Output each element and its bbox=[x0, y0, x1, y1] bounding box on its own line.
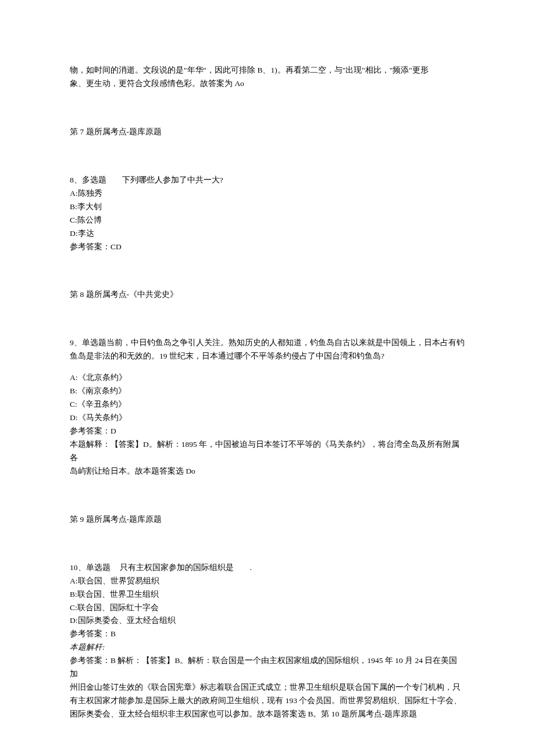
spacer bbox=[70, 253, 465, 288]
q8-answer: 参考答案：CD bbox=[70, 241, 465, 254]
q9-answer: 参考答案：D bbox=[70, 425, 465, 438]
spacer bbox=[70, 139, 465, 174]
q9-option-b: B:《南京条约》 bbox=[70, 385, 465, 398]
q9-option-d: D:《马关条约》 bbox=[70, 411, 465, 425]
q10-explanation-line4: 困际奥委会、亚太经合组织非主权国家也可以参加。故本题答案选 B。第 10 题所属… bbox=[70, 708, 465, 721]
q10-explanation-line1: 参考答案：B 解析：【答案】B。解析：联合国是一个由主权国家组成的国际组织，19… bbox=[70, 654, 465, 681]
q10-explanation-line3: 有主权国家才能参加.是国际上最大的政府间卫生组织，现有 193 个会员国。而世界… bbox=[70, 694, 465, 708]
q10-header: 10、单选题 只有主权国家参加的国际组织是 . bbox=[70, 561, 465, 575]
item9-topic: 第 9 题所属考点-题库原题 bbox=[70, 513, 465, 526]
q9-header-line1: 9、单选题当前，中日钓鱼岛之争引人关注。熟知历史的人都知道，钓鱼岛自古以来就是中… bbox=[70, 336, 465, 350]
q8-option-c: C:陈公博 bbox=[70, 214, 465, 227]
q8-option-d: D:李达 bbox=[70, 227, 465, 241]
q10-explanation-label: 本题解杆: bbox=[70, 641, 465, 654]
q10-option-d: D:国际奥委会、亚太经合组织 bbox=[70, 614, 465, 628]
prev-explanation-line1: 物，如时间的消逝。文段说的是"年华"，因此可排除 B、1)。再看第二空，与"出现… bbox=[70, 64, 465, 77]
q10-explanation-line2: 州旧金山签订生效的《联合国宪章》标志着联合国正式成立；世界卫生组织是联合国下属的… bbox=[70, 681, 465, 694]
q8-header: 8、多选题 下列哪些人参加了中共一大? bbox=[70, 174, 465, 187]
q10-option-a: A:联合国、世界贸易组织 bbox=[70, 575, 465, 588]
q9-explanation-line2: 岛屿割让给日本。故本题答案选 Do bbox=[70, 465, 465, 478]
q10-answer: 参考答案：B bbox=[70, 628, 465, 641]
spacer bbox=[70, 91, 465, 126]
spacer bbox=[70, 363, 465, 371]
q8-option-a: A:陈独秀 bbox=[70, 187, 465, 200]
q10-option-c: C:联合国、国际红十字会 bbox=[70, 601, 465, 615]
item7-topic: 第 7 题所属考点-题库原题 bbox=[70, 126, 465, 139]
q10-option-b: B:联合国、世界卫生组织 bbox=[70, 588, 465, 601]
prev-explanation-line2: 象、更生动，更符合文段感情色彩。故答案为 Ao bbox=[70, 77, 465, 91]
q9-option-c: C:《辛丑条约》 bbox=[70, 398, 465, 411]
q9-option-a: A:《北京条约》 bbox=[70, 371, 465, 385]
spacer bbox=[70, 302, 465, 336]
q8-option-b: B:李大钊 bbox=[70, 200, 465, 214]
spacer bbox=[70, 478, 465, 513]
document-page: 物，如时间的消逝。文段说的是"年华"，因此可排除 B、1)。再看第二空，与"出现… bbox=[0, 0, 535, 756]
spacer bbox=[70, 526, 465, 561]
q9-explanation-line1: 本题解释：【答案】D。解析：1895 年，中国被迫与日本签订不平等的《马关条约》… bbox=[70, 438, 465, 465]
item8-topic: 第 8 题所属考点-《中共党史》 bbox=[70, 288, 465, 302]
q9-header-line2: 鱼岛是非法的和无效的。19 世纪末，日本通过哪个不平等条约侵占了中国台湾和钓鱼岛… bbox=[70, 350, 465, 363]
spacer bbox=[70, 721, 465, 756]
